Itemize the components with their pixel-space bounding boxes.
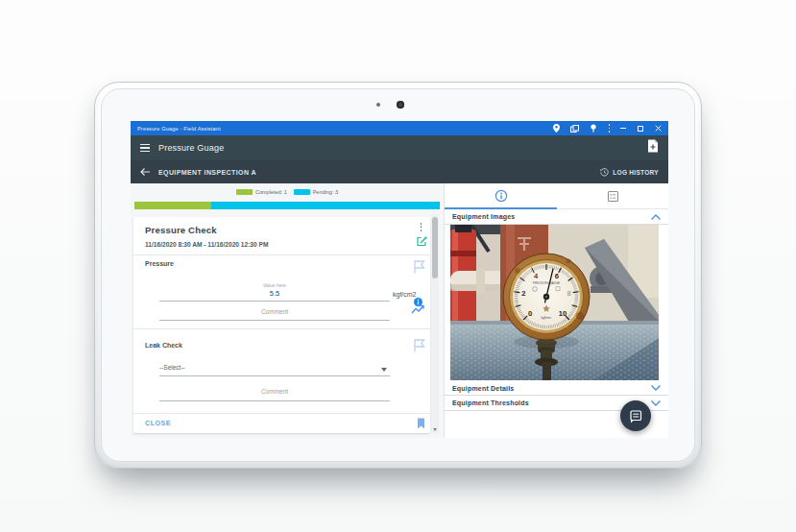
notes-fab-button[interactable] [620,400,651,431]
form-icon [607,190,619,203]
pressure-gauge-photo: 0 2 4 6 8 10 PRESSURE GAUGE kgf/cm² [450,225,659,380]
value-placeholder-label: Value here [159,282,390,288]
location-icon[interactable] [553,124,560,133]
svg-text:0: 0 [528,309,532,318]
window-title: Pressure Guage - Field Assistant [137,126,221,132]
scrollbar-thumb[interactable] [432,217,438,278]
legend-pending-swatch [294,189,310,195]
leak-comment-input[interactable]: Comment [159,388,390,395]
svg-text:6: 6 [555,272,559,280]
content-area: Completed: 1 Pending: 3 Pressure Chec [131,183,668,438]
close-button[interactable]: CLOSE [145,420,171,426]
pressure-field-label: Pressure [145,260,174,267]
hamburger-menu-icon[interactable] [140,144,150,153]
window-titlebar: Pressure Guage - Field Assistant [131,121,668,135]
legend-completed: Completed: 1 [236,189,287,195]
leak-check-select[interactable]: --Select-- [159,364,185,371]
equipment-image[interactable]: 0 2 4 6 8 10 PRESSURE GAUGE kgf/cm² [450,225,659,380]
trend-chart-icon[interactable] [411,304,425,315]
pressure-check-card: Pressure Check 11/16/2020 8:30 AM - 11/1… [133,217,430,433]
flag-icon[interactable] [411,337,427,353]
log-history-button[interactable]: LOG HISTORY [600,168,659,177]
tab-equipment-form[interactable] [557,183,668,208]
close-button[interactable] [655,125,662,132]
info-icon [494,189,508,203]
tabs-icon[interactable] [570,125,579,133]
app-header: Pressure Guage [131,135,668,160]
progress-pending [211,202,441,209]
legend-pending: Pending: 3 [294,189,338,195]
scrollbar[interactable] [431,214,439,433]
equipment-tabs [445,183,668,209]
legend-pending-label: Pending: 3 [313,189,338,195]
card-title: Pressure Check [145,225,217,235]
scrollbar-down-arrow[interactable] [433,428,437,431]
front-camera-dot [397,101,404,109]
inspection-progress-bar [134,202,440,209]
tab-equipment-info[interactable] [445,183,557,208]
edit-icon[interactable] [417,236,427,247]
browser-menu-icon[interactable] [608,124,611,133]
desktop-background: Pressure Guage - Field Assistant Pressur… [0,0,796,532]
back-arrow-icon[interactable] [140,168,150,176]
pressure-comment-input[interactable]: Comment [159,308,390,315]
pin-icon[interactable] [590,124,597,133]
ambient-sensor-dot [376,103,380,107]
progress-legend: Completed: 1 Pending: 3 [131,189,444,195]
inspection-title: EQUIPMENT INSPECTION A [158,169,256,176]
pressure-unit-label: kgf/cm2 [393,291,417,298]
chevron-down-icon[interactable] [650,399,662,407]
svg-text:10: 10 [559,309,567,318]
card-overflow-menu-icon[interactable] [420,223,422,231]
section-label: Equipment Images [452,213,515,220]
bookmark-icon[interactable] [417,418,425,429]
new-document-icon[interactable] [647,139,659,153]
chevron-down-icon[interactable] [650,384,662,392]
maximize-button[interactable] [638,126,643,132]
note-comment-icon [628,408,643,423]
svg-text:2: 2 [521,289,525,298]
section-label: Equipment Thresholds [452,399,529,406]
equipment-panel: Equipment Images [444,183,668,438]
leak-check-field-label: Leak Check [145,342,182,349]
section-equipment-images[interactable]: Equipment Images [445,209,668,225]
app-title: Pressure Guage [158,143,224,153]
history-clock-icon [600,168,609,177]
legend-completed-swatch [236,189,253,195]
dropdown-caret-icon[interactable] [381,368,387,372]
chevron-up-icon[interactable] [650,213,662,221]
tablet-device-frame: Pressure Guage - Field Assistant Pressur… [94,82,702,469]
progress-completed [134,202,211,209]
svg-text:kgf/cm²: kgf/cm² [541,316,552,320]
log-history-label: LOG HISTORY [613,169,659,176]
pressure-value-input[interactable]: 5.5 [159,289,390,298]
inspection-header: EQUIPMENT INSPECTION A LOG HISTORY [131,160,668,183]
legend-completed-label: Completed: 1 [255,189,287,195]
flag-icon[interactable] [411,258,427,275]
section-label: Equipment Details [452,385,514,392]
section-equipment-details[interactable]: Equipment Details [445,381,668,396]
app-screen: Pressure Guage - Field Assistant Pressur… [131,121,668,438]
minimize-button[interactable] [620,128,626,129]
inspection-panel: Completed: 1 Pending: 3 Pressure Chec [131,183,444,438]
card-date-range: 11/16/2020 8:30 AM - 11/16/2020 12:30 PM [145,241,268,248]
svg-text:8: 8 [567,289,571,298]
